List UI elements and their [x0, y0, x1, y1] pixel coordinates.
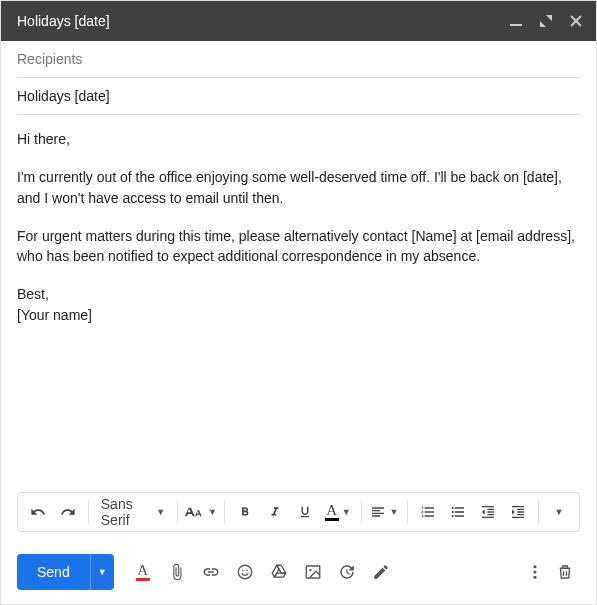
font-family-label: Sans Serif [101, 496, 146, 528]
bottom-icon-row: A [128, 557, 396, 587]
formatting-toolbar: Sans Serif ▼ ▼ A ▼ ▼ ▼ [17, 492, 580, 532]
formatting-options-button[interactable]: A [128, 557, 158, 587]
svg-point-7 [309, 569, 311, 571]
discard-draft-button[interactable] [550, 557, 580, 587]
svg-point-10 [534, 576, 537, 579]
toolbar-separator [177, 501, 178, 523]
underline-button[interactable] [291, 498, 319, 526]
insert-photo-button[interactable] [298, 557, 328, 587]
recipients-field[interactable]: Recipients [17, 41, 580, 78]
insert-emoji-button[interactable] [230, 557, 260, 587]
toolbar-separator [361, 501, 362, 523]
chevron-down-icon: ▼ [389, 507, 398, 517]
svg-rect-0 [510, 24, 522, 26]
send-button-group: Send ▼ [17, 554, 114, 590]
body-signoff: Best, [17, 284, 580, 304]
confidential-mode-button[interactable] [332, 557, 362, 587]
more-formatting-button[interactable]: ▼ [545, 498, 573, 526]
toolbar-separator [407, 501, 408, 523]
bottom-toolbar: Send ▼ A [1, 542, 596, 604]
header-fields: Recipients Holidays [date] [1, 41, 596, 115]
body-sender-name: [Your name] [17, 305, 580, 325]
toolbar-separator [88, 501, 89, 523]
minimize-icon[interactable] [506, 11, 526, 31]
redo-button[interactable] [54, 498, 82, 526]
close-icon[interactable] [566, 11, 586, 31]
indent-more-button[interactable] [504, 498, 532, 526]
insert-drive-button[interactable] [264, 557, 294, 587]
subject-field[interactable]: Holidays [date] [17, 78, 580, 115]
bulleted-list-button[interactable] [444, 498, 472, 526]
align-button[interactable]: ▼ [367, 498, 401, 526]
font-size-button[interactable]: ▼ [184, 498, 218, 526]
toolbar-separator [538, 501, 539, 523]
compose-title: Holidays [date] [17, 13, 506, 29]
font-family-select[interactable]: Sans Serif ▼ [95, 496, 171, 528]
text-color-button[interactable]: A ▼ [321, 498, 355, 526]
titlebar-controls [506, 11, 586, 31]
compose-titlebar: Holidays [date] [1, 1, 596, 41]
bold-button[interactable] [231, 498, 259, 526]
toolbar-separator [224, 501, 225, 523]
svg-point-8 [534, 565, 537, 568]
svg-point-9 [534, 571, 537, 574]
message-body[interactable]: Hi there, I'm currently out of the offic… [1, 115, 596, 492]
fullscreen-icon[interactable] [536, 11, 556, 31]
insert-signature-button[interactable] [366, 557, 396, 587]
send-options-button[interactable]: ▼ [90, 554, 114, 590]
svg-rect-6 [306, 566, 320, 578]
chevron-down-icon: ▼ [342, 507, 351, 517]
undo-button[interactable] [24, 498, 52, 526]
italic-button[interactable] [261, 498, 289, 526]
chevron-down-icon: ▼ [208, 507, 217, 517]
body-paragraph-1: I'm currently out of the office enjoying… [17, 167, 580, 208]
more-options-button[interactable] [520, 557, 550, 587]
chevron-down-icon: ▼ [555, 507, 564, 517]
svg-point-4 [242, 570, 244, 572]
indent-less-button[interactable] [474, 498, 502, 526]
svg-point-3 [238, 565, 252, 579]
send-button[interactable]: Send [17, 554, 90, 590]
chevron-down-icon: ▼ [156, 507, 165, 517]
body-greeting: Hi there, [17, 129, 580, 149]
insert-link-button[interactable] [196, 557, 226, 587]
numbered-list-button[interactable] [414, 498, 442, 526]
body-paragraph-2: For urgent matters during this time, ple… [17, 226, 580, 267]
attach-file-button[interactable] [162, 557, 192, 587]
svg-point-5 [246, 570, 248, 572]
